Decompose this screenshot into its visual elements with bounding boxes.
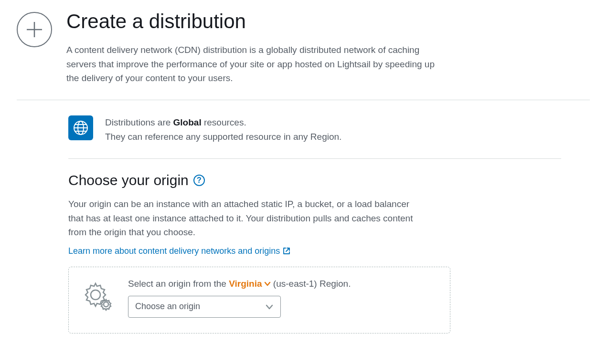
- region-selector[interactable]: Virginia: [229, 279, 270, 289]
- origin-dropdown[interactable]: Choose an origin: [128, 296, 281, 318]
- svg-point-3: [104, 302, 108, 307]
- page-title: Create a distribution: [66, 10, 447, 33]
- page-header: Create a distribution A content delivery…: [17, 10, 590, 85]
- plus-icon: [17, 12, 52, 47]
- origin-selection-panel: Select an origin from the Virginia (us-e…: [68, 267, 450, 333]
- text-bold: Global: [173, 117, 202, 127]
- text-fragment: Distributions are: [105, 117, 173, 127]
- region-code: (us-east-1) Region.: [271, 279, 351, 289]
- chevron-down-icon: [264, 281, 271, 287]
- globe-icon: [68, 115, 93, 140]
- origin-region-line: Select an origin from the Virginia (us-e…: [128, 279, 437, 289]
- global-notice-line1: Distributions are Global resources.: [105, 115, 341, 130]
- heading-text: Choose your origin: [68, 172, 189, 188]
- global-resource-notice: Distributions are Global resources. They…: [68, 100, 561, 159]
- choose-origin-section: Choose your origin ? Your origin can be …: [68, 159, 561, 333]
- global-notice-line2: They can reference any supported resourc…: [105, 130, 341, 144]
- svg-point-2: [91, 290, 100, 300]
- origin-description: Your origin can be an instance with an a…: [68, 197, 422, 239]
- region-name: Virginia: [229, 279, 262, 289]
- gear-icon: [82, 281, 114, 312]
- text-fragment: resources.: [202, 117, 246, 127]
- learn-more-link[interactable]: Learn more about content delivery networ…: [68, 246, 290, 256]
- section-heading: Choose your origin ?: [68, 172, 561, 188]
- external-link-icon: [283, 247, 290, 255]
- link-text: Learn more about content delivery networ…: [68, 246, 280, 256]
- page-description: A content delivery network (CDN) distrib…: [66, 43, 447, 85]
- text-fragment: Select an origin from the: [128, 279, 229, 289]
- help-icon[interactable]: ?: [193, 175, 205, 186]
- chevron-down-icon: [265, 302, 274, 311]
- dropdown-placeholder: Choose an origin: [135, 302, 200, 312]
